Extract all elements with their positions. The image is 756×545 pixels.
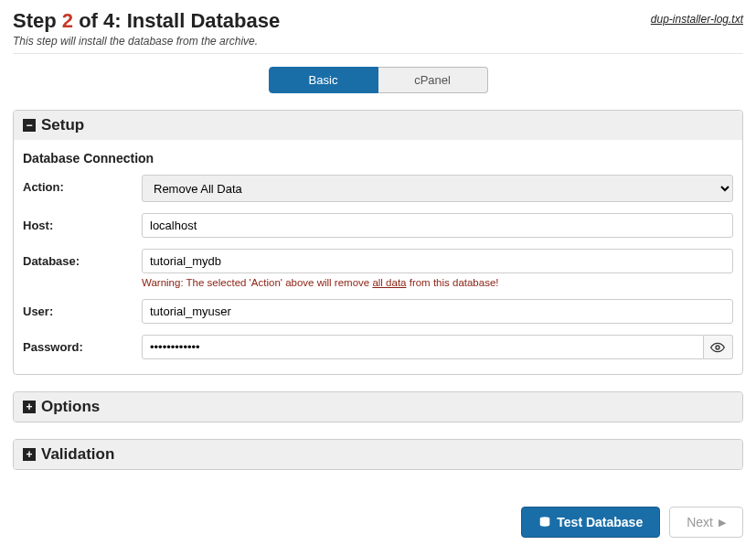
mode-tabs: Basic cPanel	[13, 67, 743, 93]
toggle-password-visibility[interactable]	[704, 335, 733, 359]
options-panel: + Options	[13, 391, 743, 422]
options-title: Options	[41, 398, 100, 416]
svg-point-0	[716, 346, 719, 349]
setup-panel-header[interactable]: − Setup	[14, 111, 742, 140]
installer-log-link[interactable]: dup-installer-log.txt	[651, 13, 743, 26]
warning-pre: Warning: The selected 'Action' above wil…	[142, 277, 372, 288]
step-title: Step 2 of 4: Install Database	[13, 9, 280, 33]
action-label: Action:	[23, 175, 142, 194]
action-select[interactable]: Remove All Data	[142, 175, 733, 202]
step-label-mid: of 4:	[73, 9, 127, 32]
database-input[interactable]	[142, 249, 733, 273]
chevron-right-icon: ▶	[719, 517, 726, 529]
validation-panel-header[interactable]: + Validation	[14, 440, 742, 469]
password-label: Password:	[23, 335, 142, 354]
setup-title: Setup	[41, 116, 84, 134]
plus-icon: +	[23, 401, 36, 413]
options-panel-header[interactable]: + Options	[14, 392, 742, 422]
setup-panel: − Setup Database Connection Action: Remo…	[13, 110, 743, 375]
tab-basic[interactable]: Basic	[269, 67, 378, 93]
database-warning: Warning: The selected 'Action' above wil…	[142, 277, 733, 288]
database-icon	[538, 516, 551, 529]
eye-icon	[710, 340, 725, 355]
validation-title: Validation	[41, 445, 114, 464]
step-label-pre: Step	[13, 9, 62, 32]
host-label: Host:	[23, 213, 142, 232]
user-input[interactable]	[142, 299, 733, 324]
test-database-button[interactable]: Test Database	[521, 507, 660, 538]
minus-icon: −	[23, 119, 36, 132]
database-label: Database:	[23, 249, 142, 268]
page-header: Step 2 of 4: Install Database This step …	[13, 9, 743, 54]
step-number: 2	[62, 9, 73, 32]
next-label: Next	[687, 515, 713, 529]
subtitle: This step will install the database from…	[13, 35, 280, 48]
user-label: User:	[23, 299, 142, 318]
step-name: Install Database	[127, 9, 281, 32]
warning-post: from this database!	[407, 277, 499, 288]
host-input[interactable]	[142, 213, 733, 238]
password-input[interactable]	[142, 335, 704, 359]
test-database-label: Test Database	[557, 515, 643, 529]
next-button[interactable]: Next ▶	[669, 507, 743, 538]
plus-icon: +	[23, 448, 36, 461]
tab-cpanel[interactable]: cPanel	[378, 67, 488, 93]
footer-buttons: Test Database Next ▶	[13, 507, 743, 538]
validation-panel: + Validation	[13, 439, 743, 470]
all-data-link[interactable]: all data	[372, 277, 406, 288]
database-connection-heading: Database Connection	[23, 151, 733, 166]
